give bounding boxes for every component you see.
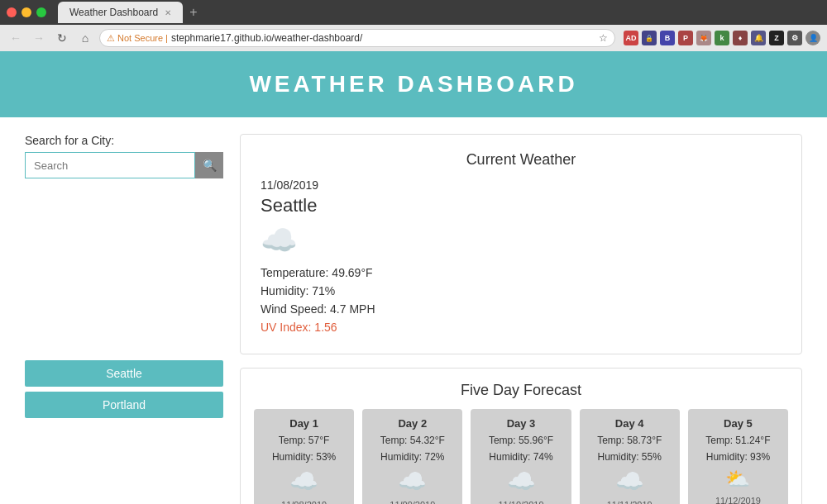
current-weather-icon: ☁️ xyxy=(261,223,782,258)
ext-icon-4[interactable]: P xyxy=(678,31,693,45)
forecast-title: Five Day Forecast xyxy=(254,382,788,399)
city-list: Seattle Portland xyxy=(25,360,223,418)
search-label: Search for a City: xyxy=(25,134,223,147)
left-panel: Search for a City: 🔍 Seattle Portland xyxy=(25,134,223,504)
ext-icon-2[interactable]: 🔒 xyxy=(642,31,657,45)
day4-temp: Temp: 58.73°F xyxy=(597,435,662,446)
url-bar[interactable]: ⚠ Not Secure | stephmarie17.github.io/we… xyxy=(99,29,615,47)
weather-wind-speed: Wind Speed: 4.7 MPH xyxy=(261,302,782,316)
forecast-day-2: Day 2 Temp: 54.32°F Humidity: 72% ☁️ 11/… xyxy=(362,409,462,504)
day3-label: Day 3 xyxy=(507,417,536,430)
reload-button[interactable]: ↻ xyxy=(53,29,71,47)
day2-temp: Temp: 54.32°F xyxy=(380,435,445,446)
day3-date: 11/10/2019 xyxy=(498,500,543,504)
forecast-day-3: Day 3 Temp: 55.96°F Humidity: 74% ☁️ 11/… xyxy=(471,409,571,504)
day4-icon: ☁️ xyxy=(615,468,644,495)
day2-humidity: Humidity: 72% xyxy=(380,451,444,463)
url-text: stephmarie17.github.io/weather-dashboard… xyxy=(171,32,595,44)
profile-icon[interactable]: 👤 xyxy=(805,31,820,45)
ext-icon-7[interactable]: ♦ xyxy=(733,31,748,45)
ext-icon-9[interactable]: Z xyxy=(769,31,784,45)
window-controls xyxy=(7,7,46,17)
new-tab-button[interactable]: + xyxy=(189,5,197,20)
tab-close-icon[interactable]: ✕ xyxy=(165,8,171,17)
weather-date: 11/08/2019 xyxy=(261,178,782,192)
day1-humidity: Humidity: 53% xyxy=(272,451,336,463)
day3-temp: Temp: 55.96°F xyxy=(489,435,553,446)
bookmark-icon[interactable]: ☆ xyxy=(599,32,608,44)
browser-chrome: Weather Dashboard ✕ + ← → ↻ ⌂ ⚠ Not Secu… xyxy=(0,0,827,51)
app-title: WEATHER DASHBOARD xyxy=(249,71,577,97)
active-tab[interactable]: Weather Dashboard ✕ xyxy=(58,2,183,23)
home-button[interactable]: ⌂ xyxy=(76,29,94,47)
day1-temp: Temp: 57°F xyxy=(279,435,330,446)
tab-title: Weather Dashboard xyxy=(69,7,158,18)
warning-icon: ⚠ xyxy=(107,33,115,44)
forecast-day-5: Day 5 Temp: 51.24°F Humidity: 93% ⛅ 11/1… xyxy=(688,409,788,504)
day3-humidity: Humidity: 74% xyxy=(489,451,552,463)
weather-temperature: Temperature: 49.69°F xyxy=(261,266,782,279)
forecast-box: Five Day Forecast Day 1 Temp: 57°F Humid… xyxy=(240,368,802,504)
day4-date: 11/11/2019 xyxy=(607,500,653,504)
ext-icon-3[interactable]: B xyxy=(660,31,675,45)
ext-icon-1[interactable]: AD xyxy=(624,31,638,45)
weather-humidity: Humidity: 71% xyxy=(261,284,782,297)
day1-label: Day 1 xyxy=(289,417,318,430)
day2-icon: ☁️ xyxy=(398,468,427,495)
day5-icon: ⛅ xyxy=(725,468,750,491)
day5-humidity: Humidity: 93% xyxy=(706,451,770,463)
day1-icon: ☁️ xyxy=(289,468,318,495)
ext-icon-8[interactable]: 🔔 xyxy=(751,31,766,45)
forecast-cards: Day 1 Temp: 57°F Humidity: 53% ☁️ 11/08/… xyxy=(254,409,788,504)
day4-label: Day 4 xyxy=(615,417,644,430)
weather-uv-index: UV Index: 1.56 xyxy=(261,321,782,334)
search-row: 🔍 xyxy=(25,152,223,178)
city-item-seattle[interactable]: Seattle xyxy=(25,360,223,387)
security-label: Not Secure xyxy=(117,33,163,43)
forward-button[interactable]: → xyxy=(30,29,48,47)
security-badge: ⚠ Not Secure | xyxy=(107,33,168,44)
ext-icon-6[interactable]: k xyxy=(715,31,729,45)
app-body: Search for a City: 🔍 Seattle Portland Cu… xyxy=(0,117,827,504)
search-icon: 🔍 xyxy=(203,159,217,172)
extension-icons: AD 🔒 B P 🦊 k ♦ 🔔 Z ⚙ 👤 xyxy=(624,31,820,45)
current-weather-box: Current Weather 11/08/2019 Seattle ☁️ Te… xyxy=(240,134,802,354)
day1-date: 11/08/2019 xyxy=(281,500,327,504)
back-button[interactable]: ← xyxy=(7,29,25,47)
close-dot[interactable] xyxy=(7,7,17,17)
forecast-day-1: Day 1 Temp: 57°F Humidity: 53% ☁️ 11/08/… xyxy=(254,409,354,504)
right-panel: Current Weather 11/08/2019 Seattle ☁️ Te… xyxy=(240,134,802,504)
search-input[interactable] xyxy=(25,152,195,178)
tab-bar: Weather Dashboard ✕ + xyxy=(0,0,827,25)
day2-date: 11/09/2019 xyxy=(390,500,435,504)
current-weather-title: Current Weather xyxy=(261,151,782,169)
day3-icon: ☁️ xyxy=(507,468,536,495)
weather-city: Seattle xyxy=(261,195,782,216)
day5-label: Day 5 xyxy=(724,417,753,430)
separator: | xyxy=(165,33,168,43)
city-item-portland[interactable]: Portland xyxy=(25,392,223,418)
day4-humidity: Humidity: 55% xyxy=(598,451,662,463)
search-button[interactable]: 🔍 xyxy=(195,152,223,178)
day2-label: Day 2 xyxy=(398,417,427,430)
minimize-dot[interactable] xyxy=(22,7,31,17)
day5-date: 11/12/2019 xyxy=(715,496,761,504)
nav-bar: ← → ↻ ⌂ ⚠ Not Secure | stephmarie17.gith… xyxy=(0,25,827,51)
forecast-day-4: Day 4 Temp: 58.73°F Humidity: 55% ☁️ 11/… xyxy=(580,409,680,504)
maximize-dot[interactable] xyxy=(36,7,46,17)
app-header: WEATHER DASHBOARD xyxy=(0,51,827,117)
ext-icon-5[interactable]: 🦊 xyxy=(696,31,711,45)
ext-icon-10[interactable]: ⚙ xyxy=(787,31,802,45)
day5-temp: Temp: 51.24°F xyxy=(705,435,770,446)
